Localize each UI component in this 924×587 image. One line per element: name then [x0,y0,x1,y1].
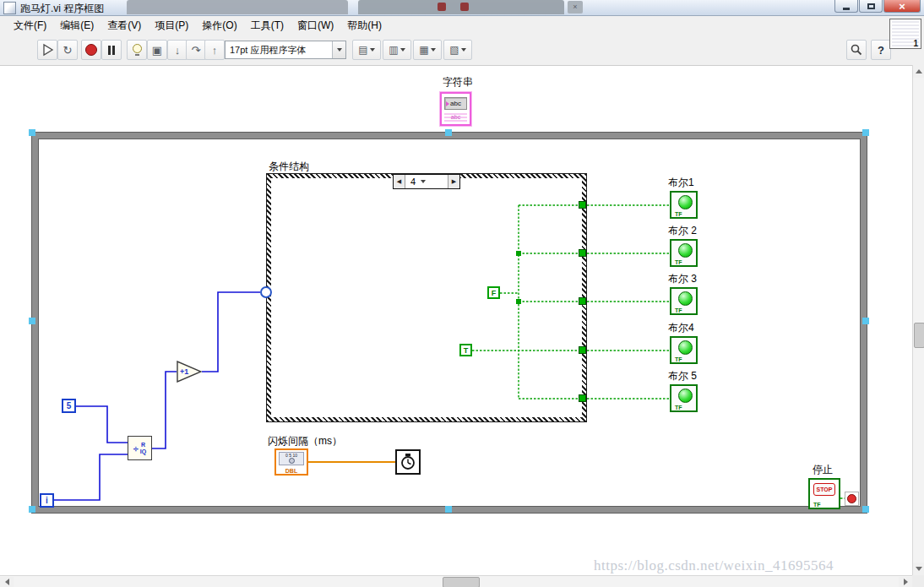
vi-window-icon [3,2,16,14]
increment-function[interactable]: +1 [177,361,202,383]
step-out-button[interactable]: ↑ [204,40,225,60]
distribute-objects-button[interactable]: ▥ [383,40,411,60]
tf-type-label: TF [675,211,682,217]
iteration-terminal[interactable]: i [40,493,54,508]
vertical-scrollbar-thumb[interactable] [914,323,924,348]
boolean-5-label: 布尔 5 [668,369,697,383]
distribute-objects-icon: ▥ [389,44,398,56]
minimize-button[interactable] [834,0,858,13]
stop-button-terminal[interactable]: STOP TF [808,478,840,509]
font-selector[interactable]: 17pt 应用程序字体 [225,41,346,59]
menu-item-edit[interactable]: 编辑(E) [53,16,101,35]
boolean-1-terminal[interactable]: TF [670,191,698,219]
chevron-down-icon[interactable] [421,180,426,183]
reorder-icon: ▧ [449,44,459,56]
tf-type-label: TF [675,259,682,265]
wire-junction[interactable] [516,251,521,256]
menu-item-view[interactable]: 查看(V) [101,16,148,35]
run-button[interactable] [37,40,57,60]
selection-handle[interactable] [862,506,869,513]
scroll-up-button[interactable] [913,65,924,78]
selection-handle[interactable] [862,129,869,136]
horizontal-scrollbar[interactable] [0,575,912,587]
stop-label: 停止 [813,463,833,477]
boolean-5-terminal[interactable]: TF [670,384,698,412]
menu-item-operate[interactable]: 操作(O) [195,16,243,35]
boolean-4-terminal[interactable]: TF [670,336,698,364]
case-selector-label[interactable]: ◀ 4 ▶ [393,174,460,189]
step-into-icon: ↓ [175,44,181,57]
loop-condition-terminal[interactable] [845,492,859,506]
led-icon [678,291,693,306]
case-label: 条件结构 [269,160,309,174]
case-structure-interior[interactable] [271,178,582,417]
case-next-icon[interactable]: ▶ [448,175,459,188]
boolean-2-terminal[interactable]: TF [670,239,698,267]
chevron-down-icon [431,48,436,52]
quotient-remainder-function[interactable]: ÷ R IQ [128,436,152,460]
chevron-down-icon[interactable] [332,41,345,58]
selection-handle[interactable] [862,318,869,324]
abort-button[interactable] [81,40,101,60]
maximize-button[interactable] [859,0,883,13]
dbl-type-label: DBL [276,468,307,474]
selection-handle[interactable] [445,129,452,136]
step-into-button[interactable]: ↓ [167,40,188,60]
search-button[interactable] [846,40,867,60]
window-title: 跑马灯.vi 程序框图 [20,2,104,16]
clock-icon [399,453,417,471]
background-window-fragment [127,0,348,14]
scroll-down-button[interactable] [913,563,924,575]
stop-badge: STOP [813,483,835,496]
lightbulb-icon [133,44,142,56]
resize-objects-button[interactable]: ▦ [413,40,442,60]
retain-wire-values-button[interactable]: ▣ [147,40,167,60]
menu-item-window[interactable]: 窗口(W) [291,16,340,35]
case-output-tunnel[interactable] [579,249,586,257]
chevron-down-icon [370,48,375,52]
align-objects-button[interactable]: ▤ [352,40,381,60]
vi-icon[interactable]: 1 [889,19,921,49]
wire-junction[interactable] [516,299,521,304]
vertical-scrollbar[interactable] [912,65,924,575]
interval-numeric-terminal[interactable]: 0 5 10 DBL [274,448,308,476]
scroll-right-button[interactable] [899,577,912,587]
case-output-tunnel[interactable] [579,394,586,402]
case-selector-tunnel[interactable] [260,286,272,298]
selection-handle[interactable] [29,129,35,136]
help-button[interactable]: ? [871,40,891,60]
true-constant[interactable]: T [459,344,472,356]
wait-ms-function[interactable] [395,449,421,475]
menu-item-project[interactable]: 项目(P) [148,16,195,35]
false-constant[interactable]: F [487,286,500,299]
menu-item-file[interactable]: 文件(F) [7,16,53,35]
step-over-icon: ↷ [192,44,201,57]
background-favicon [438,3,446,11]
menu-item-tools[interactable]: 工具(T) [244,16,291,35]
horizontal-scrollbar-thumb[interactable] [443,577,480,587]
case-structure[interactable] [266,173,587,422]
menu-item-help[interactable]: 帮助(H) [340,16,389,35]
selection-handle[interactable] [29,506,35,513]
close-button[interactable]: × [883,0,921,13]
string-control-terminal[interactable]: abc abc [440,92,471,126]
numeric-constant-5[interactable]: 5 [62,399,76,413]
run-continuously-button[interactable]: ↻ [57,40,78,60]
title-bar[interactable]: 跑马灯.vi 程序框图 × × [0,0,924,16]
case-output-tunnel[interactable] [579,346,586,354]
scroll-left-button[interactable] [0,577,14,587]
case-output-tunnel[interactable] [579,201,586,209]
pause-button[interactable] [101,40,122,60]
reorder-button[interactable]: ▧ [443,40,472,60]
string-label: 字符串 [443,75,473,90]
case-output-tunnel[interactable] [579,297,586,305]
boolean-3-terminal[interactable]: TF [670,287,698,315]
highlight-execution-button[interactable] [127,40,147,60]
case-previous-icon[interactable]: ◀ [394,175,405,188]
step-over-button[interactable]: ↷ [186,40,206,60]
led-icon [678,340,693,355]
selection-handle[interactable] [445,506,452,513]
resize-objects-icon: ▦ [419,44,428,56]
case-selector-value: 4 [410,177,416,187]
selection-handle[interactable] [29,318,35,324]
